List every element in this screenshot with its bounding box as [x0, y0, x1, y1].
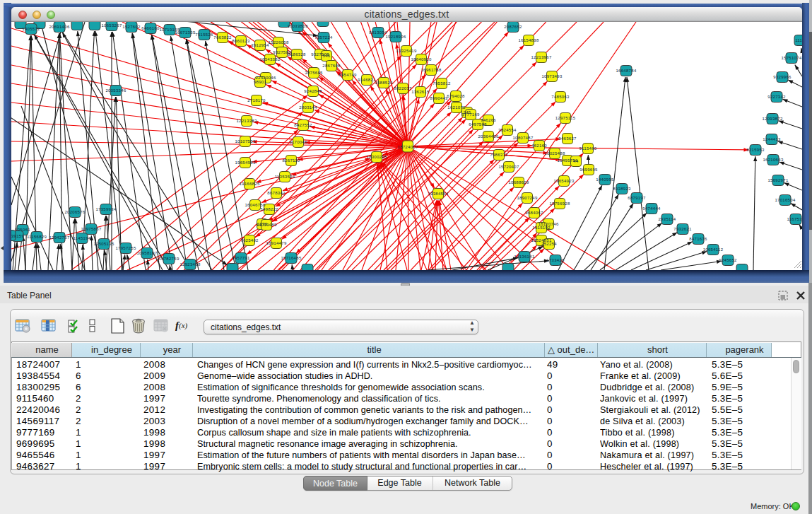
svg-text:8215953: 8215953 [746, 148, 765, 152]
svg-text:7485063: 7485063 [551, 95, 570, 99]
svg-text:1621072: 1621072 [447, 105, 466, 110]
svg-text:1527602: 1527602 [122, 25, 141, 29]
svg-text:9170046: 9170046 [289, 140, 307, 144]
svg-text:44: 44 [573, 159, 579, 163]
svg-text:19654923: 19654923 [553, 179, 574, 183]
svg-text:8267110: 8267110 [282, 158, 300, 163]
svg-text:9242848: 9242848 [304, 89, 322, 93]
svg-text:7357224: 7357224 [314, 35, 333, 40]
svg-text:9684067: 9684067 [525, 211, 543, 215]
svg-text:19654983: 19654983 [235, 160, 255, 165]
svg-text:19218906: 19218906 [385, 35, 406, 39]
svg-text:12093872: 12093872 [762, 117, 782, 121]
svg-text:10025488: 10025488 [544, 151, 565, 156]
svg-text:(x): (x) [179, 321, 188, 330]
svg-text:9227342: 9227342 [767, 95, 786, 99]
svg-text:12923468: 12923468 [180, 262, 200, 267]
svg-text:10688609: 10688609 [508, 180, 529, 185]
svg-text:1615192: 1615192 [532, 226, 551, 230]
svg-text:20053346: 20053346 [105, 88, 126, 93]
svg-text:546: 546 [323, 54, 331, 58]
svg-text:18907249: 18907249 [517, 196, 537, 200]
svg-text:16671355: 16671355 [175, 30, 195, 35]
svg-text:18724007: 18724007 [397, 145, 418, 149]
svg-text:7663822: 7663822 [213, 35, 232, 40]
svg-text:39159: 39159 [11, 234, 24, 238]
svg-text:18300295: 18300295 [366, 155, 387, 159]
svg-text:9245652: 9245652 [719, 258, 737, 262]
svg-text:12975115: 12975115 [555, 116, 576, 120]
svg-text:9115460: 9115460 [579, 146, 596, 151]
svg-text:20206576: 20206576 [64, 210, 85, 214]
svg-text:10975867: 10975867 [81, 227, 101, 231]
svg-text:9699695: 9699695 [579, 168, 598, 172]
svg-text:13325419: 13325419 [396, 49, 416, 53]
svg-text:6879197: 6879197 [628, 196, 646, 200]
svg-text:16648784: 16648784 [616, 69, 636, 73]
svg-text:14136141: 14136141 [514, 255, 534, 259]
svg-text:7986372: 7986372 [490, 153, 508, 157]
svg-text:8938923: 8938923 [613, 187, 631, 191]
svg-text:12213967: 12213967 [531, 55, 551, 59]
svg-text:1733426: 1733426 [546, 258, 565, 262]
svg-text:935061: 935061 [15, 228, 30, 232]
svg-text:14099489: 14099489 [256, 223, 276, 227]
svg-text:16033809: 16033809 [287, 24, 307, 28]
svg-text:11353594: 11353594 [275, 175, 295, 179]
svg-text:2935114: 2935114 [658, 217, 676, 221]
svg-text:8822037: 8822037 [394, 86, 412, 90]
svg-text:1244413: 1244413 [763, 137, 781, 141]
svg-text:19384554: 19384554 [428, 192, 448, 196]
svg-text:16914479: 16914479 [266, 241, 286, 245]
svg-text:2087652: 2087652 [504, 25, 522, 29]
svg-text:1588520: 1588520 [375, 81, 393, 85]
svg-text:8678342: 8678342 [267, 191, 286, 195]
svg-text:3875685: 3875685 [305, 71, 323, 75]
svg-text:19756928: 19756928 [549, 201, 570, 206]
svg-text:2867608: 2867608 [322, 64, 341, 68]
svg-text:20364436: 20364436 [478, 134, 498, 139]
svg-text:9329966: 9329966 [773, 75, 792, 79]
svg-text:17957255: 17957255 [115, 246, 136, 250]
svg-text:1405572: 1405572 [22, 27, 40, 31]
svg-text:1167533: 1167533 [787, 217, 802, 221]
svg-text:462160: 462160 [531, 144, 547, 148]
svg-text:6497568: 6497568 [469, 122, 487, 127]
svg-text:2803144: 2803144 [299, 105, 317, 110]
svg-text:12942757: 12942757 [49, 235, 69, 240]
svg-text:8813054: 8813054 [369, 30, 387, 35]
svg-text:11156829: 11156829 [27, 235, 47, 239]
svg-text:1440995: 1440995 [596, 177, 614, 182]
svg-text:10807487: 10807487 [512, 136, 533, 140]
svg-text:15226058: 15226058 [268, 40, 288, 45]
svg-text:15692971: 15692971 [767, 178, 788, 182]
svg-text:1117: 1117 [795, 38, 802, 42]
svg-text:15716485: 15716485 [281, 256, 301, 260]
svg-text:8471676: 8471676 [689, 237, 707, 241]
svg-text:8427552: 8427552 [294, 123, 312, 127]
svg-text:9146821: 9146821 [358, 78, 376, 82]
svg-text:12505135: 12505135 [93, 242, 114, 246]
svg-text:15751074: 15751074 [781, 56, 801, 60]
svg-text:16543382: 16543382 [259, 57, 280, 62]
svg-text:9777169: 9777169 [461, 112, 480, 117]
svg-text:6466160: 6466160 [141, 26, 160, 30]
svg-text:9463627: 9463627 [558, 136, 577, 141]
svg-text:15720407: 15720407 [498, 165, 519, 169]
svg-text:8660123: 8660123 [232, 39, 250, 43]
svg-text:7515526: 7515526 [195, 33, 213, 37]
svg-text:1145194: 1145194 [73, 236, 90, 240]
svg-text:7932621: 7932621 [673, 227, 692, 231]
svg-text:3912954: 3912954 [251, 43, 269, 47]
svg-text:7955812: 7955812 [433, 81, 451, 86]
svg-text:5498222: 5498222 [260, 207, 278, 211]
svg-text:9457791: 9457791 [232, 256, 250, 260]
svg-text:8454749: 8454749 [339, 73, 357, 77]
svg-text:10654112: 10654112 [703, 247, 724, 252]
svg-text:10107553: 10107553 [235, 139, 255, 144]
svg-text:16782759: 16782759 [158, 257, 179, 261]
svg-text:8990443: 8990443 [430, 96, 448, 100]
svg-text:98901: 98901 [254, 80, 267, 84]
svg-text:7625402: 7625402 [240, 238, 259, 243]
svg-text:16961758: 16961758 [420, 68, 441, 72]
